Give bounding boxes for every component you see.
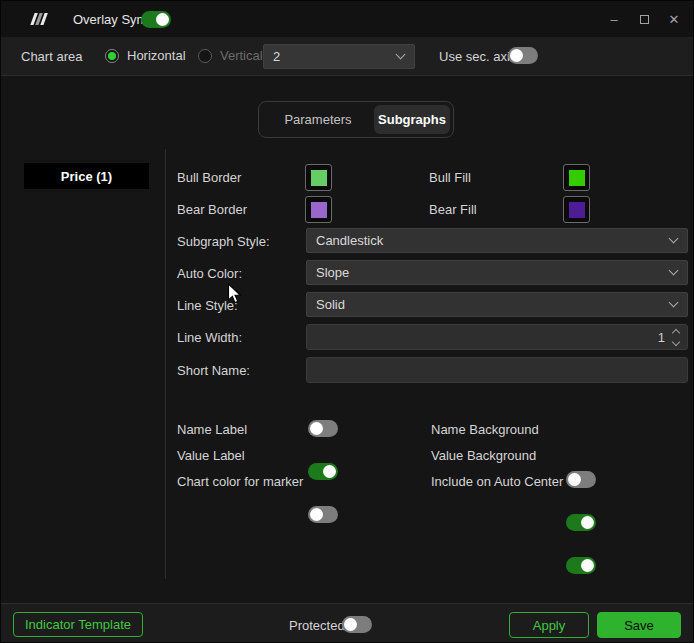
chart-color-for-marker-toggle[interactable]: [308, 506, 338, 523]
apply-button[interactable]: Apply: [509, 612, 589, 638]
subgraph-style-select[interactable]: Candlestick: [306, 228, 688, 253]
line-width-value: 1: [658, 330, 665, 345]
line-style-select[interactable]: Solid: [306, 292, 688, 317]
minimize-icon: –: [610, 12, 617, 27]
bull-fill-swatch[interactable]: [563, 164, 590, 191]
radio-horizontal-circle-icon: [105, 49, 119, 63]
value-background-toggle[interactable]: [566, 514, 596, 531]
bear-border-color-chip: [311, 202, 327, 218]
use-sec-axis-toggle[interactable]: [508, 47, 538, 64]
titlebar[interactable]: Overlay Symbol – ✕: [1, 1, 693, 37]
toggle-knob: [323, 465, 336, 478]
radio-vertical[interactable]: Vertical: [198, 48, 263, 63]
indicator-template-button[interactable]: Indicator Template: [13, 612, 143, 637]
radio-vertical-circle-icon: [198, 49, 212, 63]
bull-border-color-chip: [311, 170, 327, 186]
value-label-label: Value Label: [177, 448, 245, 463]
chart-area-count-value: 2: [273, 49, 397, 64]
close-icon: ✕: [669, 12, 680, 27]
line-width-stepper[interactable]: 1: [306, 324, 688, 350]
chevron-up-icon: [672, 328, 680, 336]
short-name-input[interactable]: [306, 357, 688, 383]
value-background-label: Value Background: [431, 448, 536, 463]
bear-fill-label: Bear Fill: [429, 202, 477, 217]
use-sec-axis-label: Use sec. axis: [439, 49, 516, 64]
radio-vertical-label: Vertical: [220, 48, 263, 63]
name-label-toggle[interactable]: [308, 420, 338, 437]
subgraph-style-label: Subgraph Style:: [177, 234, 270, 249]
tab-parameters-label: Parameters: [284, 112, 351, 127]
overlay-enabled-toggle[interactable]: [141, 11, 171, 28]
chevron-down-icon: [669, 298, 679, 308]
maximize-icon: [640, 15, 649, 24]
toggle-knob: [310, 508, 323, 521]
radio-horizontal-label: Horizontal: [127, 48, 186, 63]
apply-button-label: Apply: [533, 618, 566, 633]
line-style-value: Solid: [316, 297, 670, 312]
bull-border-label: Bull Border: [177, 170, 241, 185]
vertical-divider: [165, 149, 166, 579]
chart-area-count-select[interactable]: 2: [263, 44, 415, 69]
tab-subgraphs-label: Subgraphs: [378, 112, 446, 127]
chart-area-label: Chart area: [21, 49, 82, 64]
tab-bar: Parameters Subgraphs: [258, 101, 454, 138]
toggle-knob: [310, 422, 323, 435]
toggle-knob: [156, 13, 169, 26]
protected-label: Protected: [289, 618, 345, 633]
name-background-label: Name Background: [431, 422, 539, 437]
window-controls: – ✕: [603, 9, 685, 29]
toggle-knob: [581, 559, 594, 572]
line-style-label: Line Style:: [177, 298, 238, 313]
chevron-down-icon: [669, 234, 679, 244]
sidebar-item-price-label: Price (1): [61, 169, 112, 184]
value-label-toggle[interactable]: [308, 463, 338, 480]
toggle-knob: [568, 473, 581, 486]
protected-toggle[interactable]: [342, 616, 372, 633]
toggle-knob: [581, 516, 594, 529]
bear-border-label: Bear Border: [177, 202, 247, 217]
bear-fill-color-chip: [569, 202, 585, 218]
name-background-toggle[interactable]: [566, 471, 596, 488]
save-button-label: Save: [624, 618, 654, 633]
save-button[interactable]: Save: [597, 612, 681, 638]
short-name-label: Short Name:: [177, 363, 250, 378]
chevron-down-icon: [672, 337, 680, 345]
minimize-button[interactable]: –: [603, 9, 625, 29]
radio-horizontal[interactable]: Horizontal: [105, 48, 186, 63]
tab-subgraphs[interactable]: Subgraphs: [374, 105, 450, 134]
overlay-symbol-dialog: Overlay Symbol – ✕ Chart area Horizontal…: [0, 0, 694, 643]
include-on-auto-center-toggle[interactable]: [566, 557, 596, 574]
toggle-knob: [344, 618, 357, 631]
bear-fill-swatch[interactable]: [563, 196, 590, 223]
subgraph-style-value: Candlestick: [316, 233, 670, 248]
name-label-label: Name Label: [177, 422, 247, 437]
close-button[interactable]: ✕: [663, 9, 685, 29]
sidebar-item-price[interactable]: Price (1): [24, 163, 149, 189]
toggle-knob: [510, 49, 523, 62]
indicator-template-label: Indicator Template: [25, 617, 131, 632]
bull-fill-color-chip: [569, 170, 585, 186]
maximize-button[interactable]: [633, 9, 655, 29]
include-on-auto-center-label: Include on Auto Center: [431, 474, 563, 489]
bull-fill-label: Bull Fill: [429, 170, 471, 185]
chevron-down-icon: [669, 266, 679, 276]
auto-color-label: Auto Color:: [177, 266, 242, 281]
auto-color-select[interactable]: Slope: [306, 260, 688, 285]
chart-color-for-marker-label: Chart color for marker: [177, 474, 303, 489]
auto-color-value: Slope: [316, 265, 670, 280]
chart-area-toolbar: Chart area Horizontal Vertical 2 Use sec…: [1, 37, 693, 76]
bull-border-swatch[interactable]: [305, 164, 332, 191]
bear-border-swatch[interactable]: [305, 196, 332, 223]
app-logo-icon: [29, 12, 49, 26]
chevron-down-icon: [396, 50, 406, 60]
tab-parameters[interactable]: Parameters: [262, 105, 374, 134]
line-width-label: Line Width:: [177, 330, 242, 345]
footer-bar: Indicator Template Protected Apply Save: [1, 604, 694, 643]
stepper-arrows[interactable]: [673, 330, 679, 345]
